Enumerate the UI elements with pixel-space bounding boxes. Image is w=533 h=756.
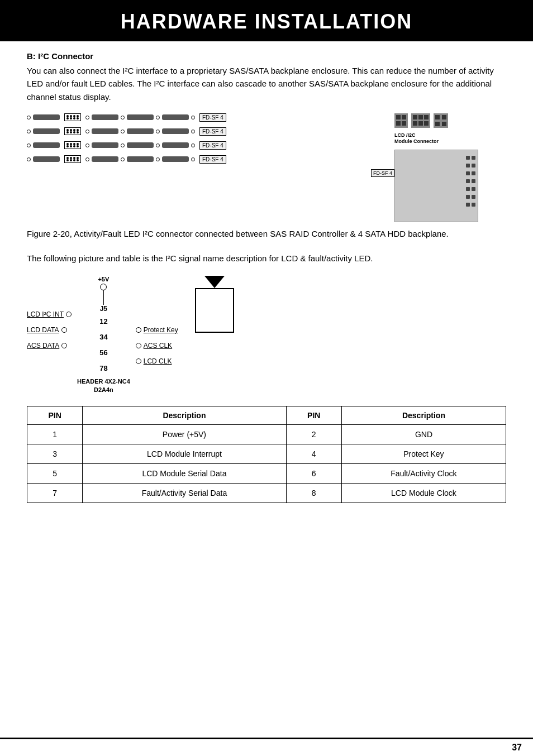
table-cell-desc2: LCD Module Clock [341, 483, 506, 503]
table-header-pin1: PIN [27, 406, 83, 424]
cable [162, 128, 189, 134]
table-row: 5 LCD Module Serial Data 6 Fault/Activit… [27, 463, 506, 483]
j5-pin-row-6: 6 [103, 345, 107, 361]
page-wrapper: HARDWARE INSTALLATION B: I²C Connector Y… [0, 0, 533, 756]
table-cell-pin1: 1 [27, 424, 83, 444]
dot [85, 130, 89, 133]
cable [127, 128, 154, 134]
j5-pin-row-1: 1 [99, 314, 103, 329]
dot [85, 157, 89, 161]
connector-diagram: FD-SF 4 FD-SF 4 [27, 113, 506, 222]
table-header-desc1: Description [83, 406, 286, 424]
j5-signal-row-7: — [27, 353, 72, 369]
j5-left-circle-1 [66, 312, 72, 317]
table-cell-desc2: GND [341, 424, 506, 444]
table-cell-pin1: 3 [27, 444, 83, 463]
j5-right-circle-4 [136, 343, 141, 348]
connector-row-1: FD-SF 4 [27, 113, 394, 122]
content-area: B: I²C Connector You can also connect th… [0, 41, 533, 525]
j5-center: +5V J5 1 3 5 [77, 276, 130, 395]
j5-pin-num-6: 6 [103, 348, 107, 357]
j5-right-signal-row-4: ACS CLK [136, 338, 178, 353]
j5-pin-num-5: 5 [99, 348, 103, 357]
table-cell-pin1: 5 [27, 463, 83, 483]
cable [162, 114, 189, 120]
dot [121, 130, 125, 133]
j5-pin-row-8: 8 [103, 361, 107, 376]
table-cell-desc2: Protect Key [341, 444, 506, 463]
table-header-desc2: Description [341, 406, 506, 424]
dot [85, 143, 89, 147]
j5-signal-row-1: LCD I²C INT [27, 307, 72, 322]
j5-right-label-2: Protect Key [144, 326, 178, 334]
cable [162, 156, 189, 162]
table-cell-pin2: 2 [286, 424, 341, 444]
cable [92, 114, 118, 120]
cable [92, 128, 118, 134]
dot [191, 130, 195, 133]
page-footer: 37 [0, 738, 533, 756]
right-label: FD-SF 4 [199, 155, 226, 164]
table-header-pin2: PIN [286, 406, 341, 424]
j5-diagram-area: LCD I²C INT LCD DATA ACS DATA — + [27, 276, 506, 395]
dot [156, 157, 160, 161]
j5-even-pins: 2 4 6 8 [103, 314, 107, 376]
j5-right-circle-2 [136, 327, 141, 333]
j5-pin-row-5: 5 [99, 345, 103, 361]
dot [156, 143, 160, 147]
j5-right-signal-row-2: Protect Key [136, 322, 178, 338]
cable [92, 142, 118, 148]
table-cell-pin2: 8 [286, 483, 341, 503]
cable [127, 156, 154, 162]
j5-odd-pins: 1 3 5 7 [99, 314, 103, 376]
table-cell-pin1: 7 [27, 483, 83, 503]
j5-left-label-1: LCD I²C INT [27, 310, 64, 318]
j5-pin-row-7: 7 [99, 361, 103, 376]
connector-row-2: FD-SF 4 [27, 127, 394, 136]
j5-plus5v-label: +5V [98, 276, 109, 283]
j5-pin-num-4: 4 [103, 333, 107, 341]
j5-pin-num-2: 2 [103, 317, 107, 326]
table-cell-desc1: LCD Module Interrupt [83, 444, 286, 463]
arrow-box-section [195, 276, 234, 333]
j5-right-label-4: ACS CLK [144, 342, 172, 350]
following-text: The following picture and table is the I… [27, 252, 506, 265]
section-b-text: You can also connect the I²C interface t… [27, 64, 506, 103]
j5-pin-num-8: 8 [103, 364, 107, 372]
j5-pin-num-7: 7 [99, 364, 103, 372]
connector-row-3: FD-SF 4 [27, 141, 394, 150]
table-cell-desc1: Power (+5V) [83, 424, 286, 444]
j5-header-label: J5 [100, 305, 107, 313]
j5-right-signal-row-8 [136, 369, 178, 385]
dot [27, 143, 31, 147]
j5-pin-row-3: 3 [99, 329, 103, 345]
j5-signal-row-3: LCD DATA [27, 322, 72, 338]
j5-right-signal-row-6: LCD CLK [136, 353, 178, 369]
right-label: FD-SF 4 [199, 113, 226, 122]
j5-pin-row-2: 2 [103, 314, 107, 329]
dot [191, 116, 195, 119]
j5-pin-row-4: 4 [103, 329, 107, 345]
table-cell-pin2: 6 [286, 463, 341, 483]
table-cell-pin2: 4 [286, 444, 341, 463]
j5-left-circle-3 [61, 327, 67, 333]
dot [121, 143, 125, 147]
table-cell-desc1: LCD Module Serial Data [83, 463, 286, 483]
lcd-module-diagram-area: LCD /I2C Module Connector [394, 113, 506, 222]
cable [92, 156, 118, 162]
j5-left-signals: LCD I²C INT LCD DATA ACS DATA — [27, 307, 72, 369]
j5-pin-num-1: 1 [99, 317, 103, 326]
cable [33, 114, 60, 120]
j5-left-label-3: LCD DATA [27, 326, 59, 334]
connector-block [64, 127, 81, 135]
j5-left-label-5: ACS DATA [27, 342, 59, 350]
figure-caption: Figure 2-20, Activity/Fault LED I²C conn… [27, 228, 506, 241]
page-number: 37 [512, 743, 522, 753]
section-b-title: B: I²C Connector [27, 51, 506, 61]
dot [156, 116, 160, 119]
j5-right-label-6: LCD CLK [144, 357, 172, 365]
j5-right-signals: Protect Key ACS CLK LCD CLK [136, 322, 178, 385]
cable [33, 156, 60, 162]
right-label: FD-SF 4 [199, 127, 226, 136]
cable [162, 142, 189, 148]
